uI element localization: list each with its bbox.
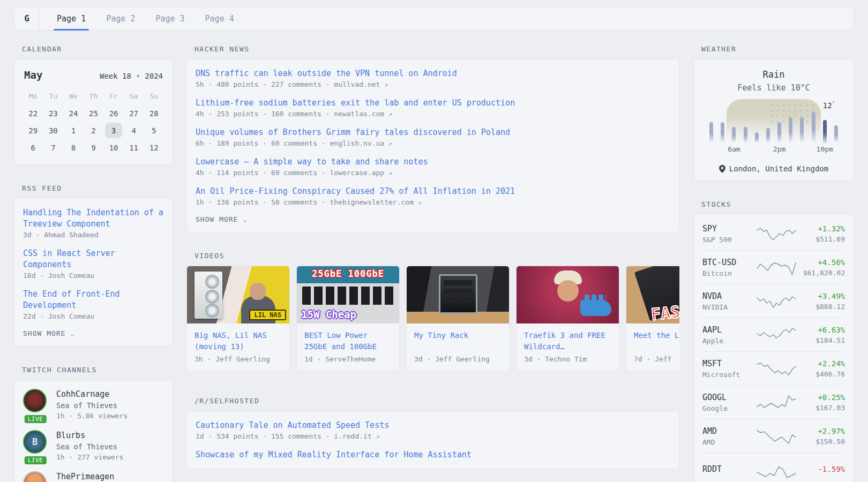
tab-page-3[interactable]: Page 3 <box>149 7 191 30</box>
weekday-label: Mo <box>23 88 43 104</box>
hackernews-item-meta: 6h · 189 points · 60 comments · english.… <box>196 139 670 147</box>
video-thumbnail[interactable] <box>407 266 509 323</box>
stock-row: RDDT -1.59% <box>702 453 845 482</box>
weather-bar-slot <box>717 99 728 143</box>
stock-symbol-link[interactable]: NVDA <box>702 291 754 301</box>
pc-case-graphic <box>194 272 222 319</box>
hackernews-item-link[interactable]: Unique volumes of Brothers Grimm fairy t… <box>196 127 670 138</box>
reddit-item: Cautionary Tale on Automated Speed Tests… <box>196 420 670 440</box>
video-title-link[interactable]: Meet the Linux Clu <box>634 330 679 352</box>
weekday-label: Su <box>144 88 164 104</box>
video-thumbnail[interactable]: FAS <box>626 266 679 323</box>
stock-price: $511.69 <box>799 235 845 243</box>
weekday-label: Sa <box>124 88 144 104</box>
stock-sparkline <box>756 224 797 243</box>
hackernews-widget: DNS traffic can leak outside the VPN tun… <box>186 59 679 232</box>
weather-hour-labels: 6am2pm10pm <box>706 145 842 154</box>
calendar-day: 30 <box>43 122 64 139</box>
reddit-item-link[interactable]: Showcase of my Mixed Reality Interface f… <box>196 449 670 461</box>
video-thumbnail[interactable] <box>517 266 619 323</box>
calendar-day: 4 <box>124 122 144 139</box>
twitch-channel-link[interactable]: ThePrimeagen <box>56 471 114 482</box>
weather-bar-slot <box>706 99 717 143</box>
external-link-icon[interactable]: ↗ <box>384 81 388 88</box>
stock-name: Apple <box>702 337 754 345</box>
stock-symbol-link[interactable]: SPY <box>702 224 754 234</box>
calendar-day: 25 <box>84 105 104 122</box>
stock-symbol-link[interactable]: BTC-USD <box>702 258 754 267</box>
hackernews-show-more-button[interactable]: SHOW MORE ⌄ <box>196 215 670 223</box>
tab-page-2[interactable]: Page 2 <box>100 7 141 30</box>
calendar-day: 11 <box>124 139 144 156</box>
external-link-icon[interactable]: ↗ <box>376 433 380 440</box>
page-tabs: Page 1 Page 2 Page 3 Page 4 <box>50 7 248 30</box>
rss-show-more-button[interactable]: SHOW MORE ⌄ <box>23 329 164 337</box>
external-link-icon[interactable]: ↗ <box>388 110 392 118</box>
live-badge: LIVE <box>25 415 47 423</box>
hackernews-item-link[interactable]: Lowercase – A simple way to take and sha… <box>196 156 670 168</box>
video-meta: 3d · Techno Tim <box>524 355 611 363</box>
calendar-day: 23 <box>43 105 64 122</box>
hackernews-item-link[interactable]: An Oil Price-Fixing Conspiracy Caused 27… <box>196 186 670 197</box>
twitch-channel-link[interactable]: CohhCarnage <box>56 389 128 400</box>
video-card: LIL NAS Big NAS, Lil NAS (moving 13) 3h … <box>186 266 290 371</box>
weather-hour-label: 6am <box>728 145 740 153</box>
hackernews-item-link[interactable]: Lithium-free sodium batteries exit the l… <box>196 97 670 109</box>
weather-bar-current <box>823 120 827 143</box>
rss-item-link[interactable]: Handling The Indentation of a Treeview C… <box>23 207 164 230</box>
stock-change: +2.97% <box>799 427 845 435</box>
stock-row: AAPLApple +6.63%$184.51 <box>702 318 845 352</box>
video-meta: 3d · Jeff Geerling <box>414 355 502 363</box>
video-thumbnail[interactable]: 25GbE 100GbE 15W Cheap <box>297 266 399 323</box>
thumbnail-caption: 25GbE 100GbE <box>297 268 399 279</box>
weather-bar <box>777 122 781 143</box>
stocks-section-label: STOCKS <box>693 200 854 209</box>
app-logo[interactable]: G <box>14 7 40 30</box>
tab-page-4[interactable]: Page 4 <box>199 7 241 30</box>
twitch-channel-link[interactable]: Blurbs <box>56 430 123 441</box>
calendar-day: 7 <box>43 139 64 156</box>
stock-symbol-link[interactable]: RDDT <box>702 464 754 474</box>
hackernews-item-link[interactable]: DNS traffic can leak outside the VPN tun… <box>196 68 670 79</box>
external-link-icon[interactable]: ↗ <box>388 140 392 147</box>
weather-bar-slot <box>740 99 751 143</box>
stock-price: $150.50 <box>799 438 845 446</box>
switch-ports-graphic <box>302 287 394 305</box>
stock-symbol-link[interactable]: MSFT <box>702 359 754 368</box>
tab-page-1[interactable]: Page 1 <box>50 7 92 30</box>
hackernews-section-label: HACKER NEWS <box>186 45 679 54</box>
stock-symbol-link[interactable]: AAPL <box>702 325 754 335</box>
rss-item-link[interactable]: The End of Front-End Development <box>23 289 164 311</box>
video-title-link[interactable]: Big NAS, Lil NAS (moving 13) <box>194 330 282 352</box>
stock-symbol-link[interactable]: GOOGL <box>702 393 754 402</box>
stock-row: BTC-USDBitcoin +4.56%$61,820.02 <box>702 251 845 284</box>
video-title-link[interactable]: My Tiny Rack <box>414 330 502 352</box>
calendar-day: 6 <box>23 139 43 156</box>
calendar-week: Week 18 <box>100 72 131 80</box>
weekday-label: Fr <box>103 88 124 104</box>
video-title-link[interactable]: BEST Low Power 25GbE and 100GbE Switch… <box>304 330 392 352</box>
selfhosted-section-label: /R/SELFHOSTED <box>186 397 679 405</box>
stock-row: NVDANVIDIA +3.49%$888.12 <box>702 284 845 318</box>
reddit-item-meta: 1d · 534 points · 155 comments · i.redd.… <box>196 432 670 440</box>
video-title-link[interactable]: Traefik 3 and FREE Wildcard… <box>524 330 611 352</box>
rss-item-link[interactable]: CSS in React Server Components <box>23 248 164 270</box>
stock-name: S&P 500 <box>702 236 754 244</box>
video-meta: 7d · Jeff <box>634 355 679 363</box>
twitch-avatar-theprimeagen <box>23 471 47 482</box>
weather-bar <box>744 127 747 143</box>
calendar-day: 12 <box>144 139 164 156</box>
calendar-year: 2024 <box>145 72 163 80</box>
hackernews-item-meta: 1h · 138 points · 58 comments · thebigne… <box>196 198 670 206</box>
external-link-icon[interactable]: ↗ <box>418 199 422 206</box>
video-thumbnail[interactable]: LIL NAS <box>187 266 289 323</box>
stock-change: +2.24% <box>799 359 845 368</box>
twitch-viewers: 1h · 277 viewers <box>56 453 123 461</box>
videos-section-label: VIDEOS <box>186 252 679 260</box>
weather-bar <box>766 128 770 143</box>
external-link-icon[interactable]: ↗ <box>388 169 392 177</box>
reddit-item-link[interactable]: Cautionary Tale on Automated Speed Tests <box>196 420 670 431</box>
weather-bar-slot <box>774 99 785 143</box>
stock-symbol-link[interactable]: AMD <box>702 426 754 436</box>
hackernews-item-meta: 4h · 253 points · 160 comments · newatla… <box>196 110 670 118</box>
